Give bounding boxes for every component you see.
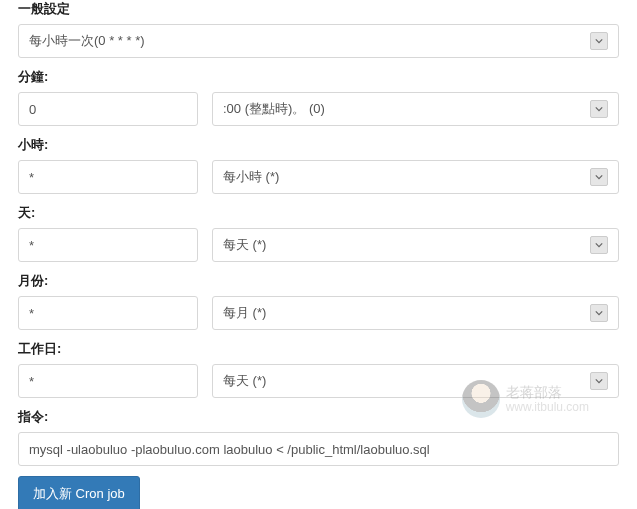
weekday-value: * (29, 374, 34, 389)
hour-label: 小時: (18, 136, 619, 154)
chevron-down-icon (590, 168, 608, 186)
day-select-value: 每天 (*) (223, 236, 266, 254)
month-label: 月份: (18, 272, 619, 290)
hour-select-value: 每小時 (*) (223, 168, 279, 186)
day-input[interactable]: * (18, 228, 198, 262)
month-value: * (29, 306, 34, 321)
chevron-down-icon (590, 100, 608, 118)
minute-input[interactable]: 0 (18, 92, 198, 126)
day-select[interactable]: 每天 (*) (212, 228, 619, 262)
month-input[interactable]: * (18, 296, 198, 330)
chevron-down-icon (590, 304, 608, 322)
command-label: 指令: (18, 408, 619, 426)
month-select-value: 每月 (*) (223, 304, 266, 322)
command-input[interactable]: mysql -ulaobuluo -plaobuluo.com laobuluo… (18, 432, 619, 466)
hour-input[interactable]: * (18, 160, 198, 194)
general-label: 一般設定 (18, 0, 619, 18)
submit-button[interactable]: 加入新 Cron job (18, 476, 140, 509)
weekday-label: 工作日: (18, 340, 619, 358)
minute-label: 分鐘: (18, 68, 619, 86)
minute-select-value: :00 (整點時)。 (0) (223, 100, 325, 118)
general-select-value: 每小時一次(0 * * * *) (29, 32, 145, 50)
weekday-select-value: 每天 (*) (223, 372, 266, 390)
day-value: * (29, 238, 34, 253)
weekday-input[interactable]: * (18, 364, 198, 398)
chevron-down-icon (590, 236, 608, 254)
weekday-select[interactable]: 每天 (*) (212, 364, 619, 398)
hour-select[interactable]: 每小時 (*) (212, 160, 619, 194)
minute-select[interactable]: :00 (整點時)。 (0) (212, 92, 619, 126)
chevron-down-icon (590, 32, 608, 50)
day-label: 天: (18, 204, 619, 222)
hour-value: * (29, 170, 34, 185)
command-value: mysql -ulaobuluo -plaobuluo.com laobuluo… (29, 442, 430, 457)
month-select[interactable]: 每月 (*) (212, 296, 619, 330)
minute-value: 0 (29, 102, 36, 117)
general-select[interactable]: 每小時一次(0 * * * *) (18, 24, 619, 58)
chevron-down-icon (590, 372, 608, 390)
